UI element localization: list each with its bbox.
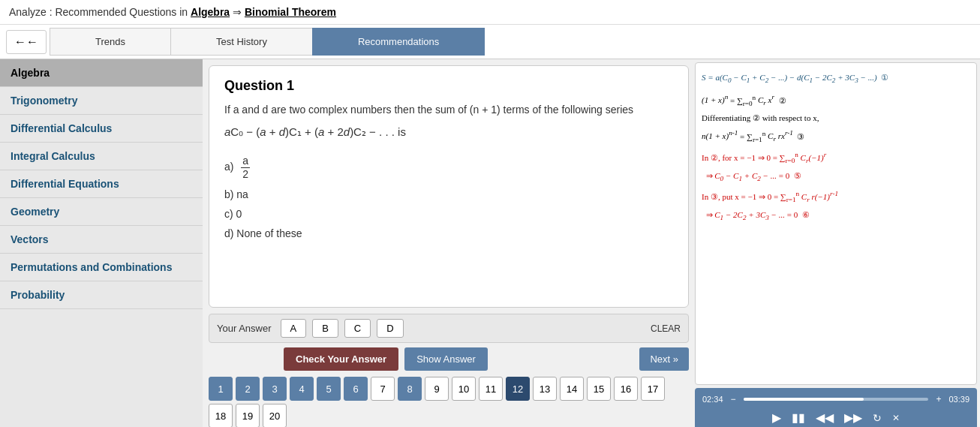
sol-line-3: Differentiating ② with respect to x, [702, 111, 970, 126]
sol-line-1: S = a(C0 − C1 + C2 − ...) − d(C1 − 2C2 +… [702, 71, 970, 87]
rewind-button[interactable]: ◀◀ [813, 409, 837, 426]
page-btn-9[interactable]: 9 [425, 377, 449, 401]
video-progress-fill [744, 398, 864, 401]
page-btn-18[interactable]: 18 [209, 404, 233, 427]
sidebar-item-geometry[interactable]: Geometry [0, 198, 203, 226]
tab-test-history[interactable]: Test History [170, 28, 312, 56]
replay-icon[interactable]: ↻ [870, 410, 885, 425]
sidebar-item-trigonometry[interactable]: Trigonometry [0, 87, 203, 115]
page-btn-13[interactable]: 13 [533, 377, 557, 401]
page-btn-12[interactable]: 12 [506, 377, 530, 401]
volume-up-icon[interactable]: + [933, 392, 944, 406]
back-button[interactable]: ←← [6, 30, 47, 54]
volume-down-icon[interactable]: − [728, 392, 739, 406]
answer-btn-c[interactable]: C [344, 319, 371, 338]
clear-button[interactable]: CLEAR [651, 323, 681, 334]
page-btn-7[interactable]: 7 [371, 377, 395, 401]
sidebar-item-differential-equations[interactable]: Differential Equations [0, 170, 203, 198]
play-button[interactable]: ▶ [769, 409, 784, 426]
check-answer-button[interactable]: Check Your Answer [284, 347, 398, 371]
tab-trends[interactable]: Trends [50, 28, 170, 56]
breadcrumb-arrow: ⇒ [233, 6, 242, 18]
solution-content: S = a(C0 − C1 + C2 − ...) − d(C1 − 2C2 +… [702, 71, 970, 224]
your-answer-label: Your Answer [217, 323, 272, 334]
page-btn-15[interactable]: 15 [587, 377, 611, 401]
page-btn-14[interactable]: 14 [560, 377, 584, 401]
video-time-current: 02:34 [702, 395, 723, 404]
page-btn-11[interactable]: 11 [479, 377, 503, 401]
sidebar: Algebra Trigonometry Differential Calcul… [0, 59, 203, 427]
video-time-bar: 02:34 − + 03:39 [702, 392, 969, 406]
solution-panel: S = a(C0 − C1 + C2 − ...) − d(C1 − 2C2 +… [695, 62, 977, 385]
option-a: a) a 2 [224, 151, 673, 185]
main-layout: Algebra Trigonometry Differential Calcul… [0, 59, 980, 427]
video-buttons: ▶ ▮▮ ◀◀ ▶▶ ↻ ✕ [702, 409, 969, 426]
sidebar-item-differential-calculus[interactable]: Differential Calculus [0, 115, 203, 143]
option-c: c) 0 [224, 204, 673, 224]
answer-btn-d[interactable]: D [377, 319, 403, 338]
sidebar-item-permutations-combinations[interactable]: Permutations and Combinations [0, 254, 203, 281]
page-btn-17[interactable]: 17 [641, 377, 665, 401]
breadcrumb-subject[interactable]: Algebra [191, 6, 230, 18]
sol-line-4: n(1 + x)n-1 = ∑r=1n Cr rxr-1 ③ [702, 128, 970, 146]
answer-bar: Your Answer A B C D CLEAR [209, 314, 689, 343]
top-bar: Analyze : Recommended Questions in Algeb… [0, 0, 980, 25]
video-progress-bar[interactable] [744, 398, 929, 401]
sol-line-5: In ②, for x = −1 ⇒ 0 = ∑r=0n Cr(−1)r [702, 149, 970, 167]
sol-line-8: ⇒ C1 − 2C2 + 3C3 − ... = 0 ⑥ [702, 208, 970, 224]
page-btn-3[interactable]: 3 [263, 377, 287, 401]
sol-line-7: In ③, put x = −1 ⇒ 0 = ∑r=1n Cr r(−1)r-1 [702, 188, 970, 206]
option-b: b) na [224, 185, 673, 204]
action-bar: Check Your Answer Show Answer Next » [209, 347, 689, 371]
sidebar-item-algebra[interactable]: Algebra [0, 59, 203, 87]
video-time-total: 03:39 [948, 395, 969, 404]
options-list: a) a 2 b) na c) 0 d) None of these [224, 151, 673, 243]
next-button[interactable]: Next » [639, 347, 689, 371]
breadcrumb-topic[interactable]: Binomial Theorem [245, 6, 336, 18]
close-video-button[interactable]: ✕ [889, 411, 903, 425]
page-btn-5[interactable]: 5 [317, 377, 341, 401]
page-btn-6[interactable]: 6 [344, 377, 368, 401]
stop-button[interactable]: ▮▮ [789, 409, 808, 426]
sol-line-2: (1 + x)n = ∑r=0n Cr xr ② [702, 92, 970, 110]
tab-recommendations[interactable]: Recommendations [312, 28, 485, 56]
sol-line-6: ⇒ C0 − C1 + C2 − ... = 0 ⑤ [702, 169, 970, 185]
nav-bar: ←← Trends Test History Recommendations [0, 25, 980, 59]
right-panel: S = a(C0 − C1 + C2 − ...) − d(C1 − 2C2 +… [695, 59, 980, 427]
video-controls: 02:34 − + 03:39 ▶ ▮▮ ◀◀ ▶▶ ↻ ✕ [695, 388, 977, 427]
page-btn-19[interactable]: 19 [236, 404, 260, 427]
page-btn-20[interactable]: 20 [263, 404, 287, 427]
option-d: d) None of these [224, 224, 673, 243]
sidebar-item-integral-calculus[interactable]: Integral Calculus [0, 143, 203, 170]
sidebar-item-vectors[interactable]: Vectors [0, 226, 203, 254]
answer-btn-a[interactable]: A [281, 319, 307, 338]
breadcrumb-prefix: Analyze : Recommended Questions in [9, 6, 188, 18]
show-answer-button[interactable]: Show Answer [404, 347, 488, 371]
action-left: Check Your Answer Show Answer [284, 347, 488, 371]
page-btn-16[interactable]: 16 [614, 377, 638, 401]
page-btn-10[interactable]: 10 [452, 377, 476, 401]
question-formula: aC₀ − (a + d)C₁ + (a + 2d)C₂ − . . . is [224, 125, 673, 139]
page-btn-1[interactable]: 1 [209, 377, 233, 401]
content-area: Question 1 If a and d are two complex nu… [203, 59, 695, 427]
question-title: Question 1 [224, 78, 673, 94]
answer-btn-b[interactable]: B [312, 319, 338, 338]
page-btn-8[interactable]: 8 [398, 377, 422, 401]
page-btn-2[interactable]: 2 [236, 377, 260, 401]
pagination: 1 2 3 4 5 6 7 8 9 10 11 12 13 14 15 16 1… [209, 377, 689, 427]
question-text: If a and d are two complex numbers then … [224, 101, 673, 118]
fast-forward-button[interactable]: ▶▶ [841, 409, 865, 426]
page-btn-4[interactable]: 4 [290, 377, 314, 401]
question-box: Question 1 If a and d are two complex nu… [209, 65, 689, 308]
sidebar-item-probability[interactable]: Probability [0, 281, 203, 309]
